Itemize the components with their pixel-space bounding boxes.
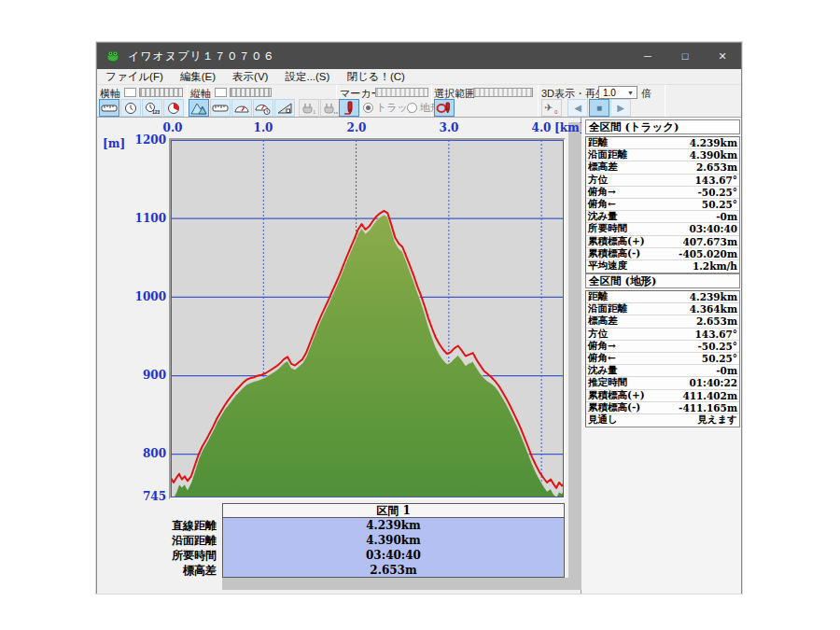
ruler-icon	[212, 102, 229, 115]
x-tick-label: 2.0	[343, 121, 371, 134]
stats-row: 累積標高(+)407.673m	[586, 236, 739, 248]
x-tick-label: 1.0	[249, 121, 277, 134]
xaxis-time-button[interactable]	[120, 99, 141, 117]
menu-view[interactable]: 表示(V)	[224, 69, 276, 85]
menu-file[interactable]: ファイル(F)	[97, 69, 172, 85]
xaxis-reset-button[interactable]	[124, 88, 136, 97]
yaxis-distance-button[interactable]	[210, 99, 231, 117]
section-value: 4.390km	[223, 533, 564, 548]
xaxis-pie-time-button[interactable]	[163, 99, 184, 117]
marker-pen-button[interactable]	[339, 99, 359, 117]
close-button[interactable]: ✕	[704, 43, 741, 69]
section-label: 所要時間	[97, 548, 217, 563]
stats-row: 距離4.239km	[586, 137, 739, 149]
selection-circle-pen-icon	[436, 101, 453, 115]
marker-slider[interactable]	[375, 88, 428, 97]
stats-row-label: 所要時間	[586, 222, 627, 235]
y-tick-label: 900	[123, 369, 166, 382]
yaxis-slope-button[interactable]	[274, 99, 295, 117]
stats-row: 方位143.67°	[586, 329, 739, 341]
speedometer-icon	[233, 102, 250, 115]
stats-row: 標高差2.653m	[586, 161, 739, 174]
window-title: イワオヌプリ１７０７０６	[128, 49, 275, 64]
stats-row-value: 50.25°	[616, 353, 739, 364]
yaxis-plug1-button[interactable]: 1	[299, 99, 319, 117]
stats-row: 平均速度1.2km/h	[586, 260, 739, 273]
toolbar-separator	[538, 85, 539, 117]
yaxis-speed-button[interactable]	[231, 99, 252, 117]
menu-bar: ファイル(F) 編集(E) 表示(V) 設定...(S) 閉じる！(C)	[97, 69, 741, 85]
stats-row-value: 見えます	[618, 413, 739, 427]
stats-row-value: 50.25°	[616, 199, 739, 210]
clock-numbers-icon: 123	[145, 102, 160, 115]
stats-row-label: 標高差	[586, 315, 618, 328]
selection-slider[interactable]	[473, 88, 533, 97]
stats-row-value: 2.653m	[618, 161, 740, 173]
menu-edit[interactable]: 編集(E)	[172, 69, 224, 85]
elevation-profile-plot[interactable]	[169, 138, 566, 499]
xaxis-time-number-button[interactable]: 123	[142, 99, 162, 117]
stats-row: 標高差2.653m	[586, 315, 739, 328]
stats-row-value: -405.020m	[640, 248, 739, 259]
section-table-values: 4.239km4.390km03:40:402.653m	[222, 518, 565, 578]
stats-row-label: 俯角←	[586, 198, 616, 211]
client-area: 0.0 1.0 2.0 3.0 4.0 [km] [m] 1200 1100 1…	[97, 118, 741, 594]
stats-row-label: 沈み量	[586, 210, 618, 223]
stats-row-label: 方位	[586, 328, 608, 341]
playback-speed-value: 1.0	[599, 88, 627, 98]
stats-row: 沈み量-0m	[586, 211, 739, 223]
yaxis-scale-slider[interactable]	[230, 88, 272, 97]
stats-row: 俯角→-50.25°	[586, 341, 739, 353]
title-bar[interactable]: イワオヌプリ１７０７０６ ─ □ ✕	[97, 43, 741, 69]
stats-row-value: 4.239km	[608, 291, 739, 302]
playback-speed-select[interactable]: 1.0 ▼	[598, 86, 637, 99]
menu-close[interactable]: 閉じる！(C)	[338, 69, 413, 85]
stats-row-label: 標高差	[586, 161, 618, 174]
yaxis-reset-button[interactable]	[215, 88, 227, 97]
y-axis-unit: [m]	[103, 137, 125, 150]
stats-row-value: 411.402m	[645, 390, 739, 401]
stats-row-label: 見通し	[586, 413, 618, 427]
section-value: 03:40:40	[223, 548, 564, 563]
stats-row-label: 距離	[586, 136, 608, 149]
stats-row: 累積標高(+)411.402m	[586, 390, 739, 402]
speedometer-clock-icon	[255, 102, 272, 115]
stats-row: 所要時間03:40:40	[586, 223, 739, 235]
section-label: 沿面距離	[97, 533, 217, 548]
stats-row-value: 143.67°	[608, 329, 739, 340]
xaxis-scale-slider[interactable]	[139, 88, 183, 97]
playback-forward-button[interactable]: ▶	[610, 99, 631, 117]
yaxis-plug2-button[interactable]	[320, 99, 341, 117]
stats-row-label: 方位	[586, 174, 608, 187]
3d-view-button[interactable]: ✈ 0	[541, 99, 562, 117]
playback-stop-button[interactable]: ■	[589, 99, 609, 117]
clock-icon	[124, 102, 137, 115]
stats-row: 距離4.239km	[586, 291, 739, 303]
stats-row-label: 沈み量	[586, 364, 618, 377]
fast-forward-icon: ▶	[617, 103, 624, 113]
stats-row-value: 03:40:40	[627, 223, 739, 234]
y-tick-label: 745	[123, 490, 166, 503]
minimize-button[interactable]: ─	[629, 43, 666, 69]
playback-rewind-button[interactable]: ◀	[567, 99, 588, 117]
stats-row-label: 俯角→	[586, 186, 616, 199]
stats-row-value: 143.67°	[608, 175, 739, 186]
x-tick-label: 3.0	[435, 121, 463, 134]
menu-settings[interactable]: 設定...(S)	[276, 69, 338, 85]
stats-row-label: 俯角→	[586, 340, 616, 353]
yaxis-speed-time-button[interactable]	[253, 99, 273, 117]
stats-row-value: 4.364km	[627, 303, 739, 315]
yaxis-elevation-button[interactable]	[189, 99, 209, 117]
stats-track-title: 全区間 (トラック)	[585, 119, 740, 134]
xaxis-distance-button[interactable]	[99, 99, 119, 117]
x-axis-unit: [km]	[554, 121, 584, 134]
selection-marker-button[interactable]	[434, 99, 455, 117]
stats-panel: 全区間 (トラック) 距離4.239km沿面距離4.390km標高差2.653m…	[581, 118, 741, 594]
svg-text:0: 0	[554, 109, 558, 115]
maximize-button[interactable]: □	[666, 43, 704, 69]
toolbar-separator	[665, 85, 665, 117]
section-label: 標高差	[97, 563, 217, 578]
y-tick-label: 800	[123, 447, 166, 460]
stats-row-value: 4.390km	[627, 149, 739, 161]
y-tick-label: 1000	[123, 290, 166, 303]
